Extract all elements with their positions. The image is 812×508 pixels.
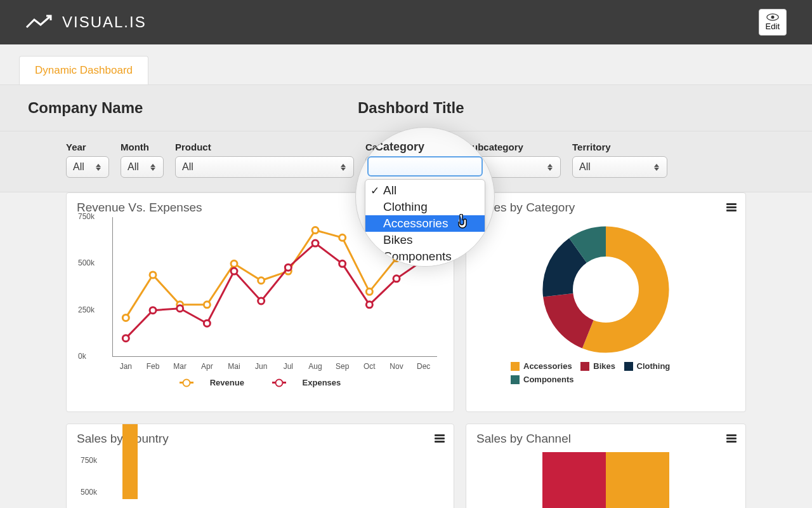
brand-logo: VISUAL.IS — [25, 13, 147, 31]
territory-select[interactable]: All — [572, 156, 667, 178]
legend-accessories: Accessories — [511, 361, 572, 371]
svg-point-14 — [122, 335, 129, 342]
svg-point-2 — [122, 314, 129, 321]
svg-point-18 — [231, 268, 237, 274]
svg-point-22 — [339, 260, 346, 267]
svg-point-20 — [285, 264, 291, 271]
stepper-icon — [149, 164, 157, 171]
donut-chart — [542, 226, 669, 353]
svg-point-15 — [150, 307, 156, 314]
tab-dynamic-dashboard[interactable]: Dynamic Dashboard — [19, 56, 148, 84]
month-value: All — [128, 161, 149, 173]
logo-icon — [25, 13, 57, 31]
pie-chart — [542, 452, 669, 508]
svg-point-11 — [366, 288, 372, 295]
svg-point-16 — [177, 305, 183, 312]
company-name: Company Name — [28, 99, 358, 117]
filter-year: Year All — [66, 142, 109, 178]
svg-point-21 — [312, 240, 318, 246]
card-title: Sales by Channel — [466, 424, 745, 448]
edit-button[interactable]: Edit — [759, 9, 787, 36]
card-menu-icon[interactable] — [435, 433, 445, 444]
edit-label: Edit — [766, 22, 780, 31]
legend-bikes: Bikes — [580, 361, 615, 371]
stepper-icon — [95, 164, 102, 171]
product-value: All — [182, 161, 339, 173]
filter-subcategory-label: Subcategory — [466, 142, 561, 152]
svg-point-29 — [558, 241, 654, 338]
legend-revenue: Revenue — [173, 378, 251, 387]
dashboard-title: Dashbord Title — [358, 99, 464, 117]
year-select[interactable]: All — [66, 156, 109, 178]
filter-product: Product All — [175, 142, 354, 178]
stepper-icon — [339, 164, 347, 171]
lens-category-select[interactable] — [367, 156, 483, 177]
filter-month: Month All — [121, 142, 164, 178]
dashboard-header: Company Name Dashbord Title — [0, 84, 812, 131]
legend-components: Components — [511, 375, 573, 384]
stepper-icon — [546, 164, 554, 171]
bar-chart: 500k750k — [84, 448, 440, 499]
svg-point-5 — [204, 302, 210, 308]
svg-point-1 — [771, 16, 774, 19]
tab-strip: Dynamic Dashboard — [0, 44, 812, 84]
territory-value: All — [579, 161, 653, 173]
month-select[interactable]: All — [121, 156, 164, 178]
legend-expenses: Expenses — [266, 378, 348, 387]
svg-point-10 — [339, 234, 346, 241]
svg-point-17 — [204, 320, 210, 326]
svg-point-3 — [150, 272, 156, 278]
year-value: All — [73, 161, 95, 173]
card-sales-country: Sales by Country 500k750k — [66, 424, 454, 508]
card-menu-icon[interactable] — [726, 433, 737, 444]
filter-year-label: Year — [66, 142, 109, 152]
category-dropdown-magnified: Category ✓AllClothingAccessoriesBikesCom… — [355, 127, 495, 267]
filter-product-label: Product — [175, 142, 354, 152]
donut-legend: Accessories Bikes Clothing Components — [466, 353, 745, 386]
cursor-icon — [456, 214, 470, 234]
product-select[interactable]: All — [175, 156, 354, 178]
svg-point-6 — [231, 260, 237, 267]
category-option[interactable]: ✓All — [365, 182, 485, 199]
card-sales-category: Sales by Category Accessories Bikes Clot… — [466, 192, 746, 412]
filter-territory: Territory All — [572, 142, 667, 178]
svg-point-7 — [258, 277, 265, 284]
top-bar: VISUAL.IS Edit — [0, 0, 812, 44]
svg-point-24 — [393, 276, 400, 282]
svg-point-9 — [312, 227, 318, 234]
filter-month-label: Month — [121, 142, 164, 152]
svg-point-23 — [366, 302, 372, 308]
filter-territory-label: Territory — [572, 142, 667, 152]
card-title: Sales by Category — [466, 193, 745, 217]
category-option[interactable]: Bikes — [365, 232, 485, 248]
brand-text: VISUAL.IS — [62, 13, 147, 31]
card-menu-icon[interactable] — [726, 202, 737, 213]
line-legend: Revenue Expenses — [78, 376, 442, 387]
stepper-icon — [653, 164, 660, 171]
legend-clothing: Clothing — [624, 361, 671, 371]
svg-point-19 — [258, 298, 265, 304]
eye-icon — [766, 13, 779, 21]
card-sales-channel: Sales by Channel — [466, 424, 746, 508]
category-option[interactable]: Clothing — [365, 199, 485, 215]
